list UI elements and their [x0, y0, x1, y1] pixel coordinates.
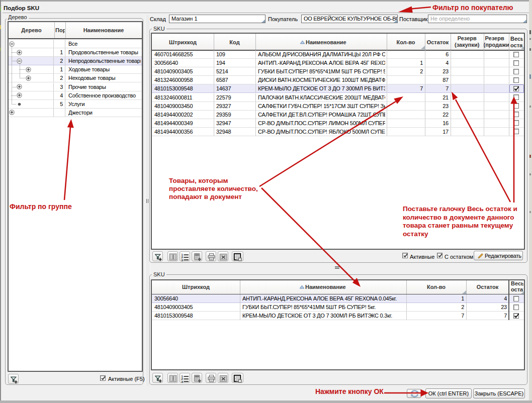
svg-text:3: 3	[182, 380, 184, 383]
svg-text:3: 3	[182, 259, 184, 261]
